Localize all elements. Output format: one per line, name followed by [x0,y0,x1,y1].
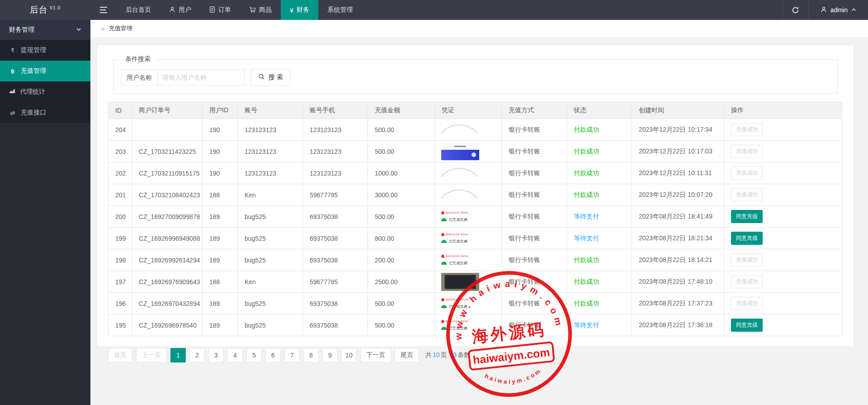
cell-action: 充值成功 [724,184,842,206]
cell-action: 充值成功 [724,141,842,162]
voucher-image[interactable]: BANGKOK BANK已完成交易 [441,232,486,245]
cell-created-time: 2023年08月22日 18:14:21 [632,249,724,271]
cell-order-no: CZ_16926996949088 [132,228,203,249]
page-button-7[interactable]: 7 [284,348,300,362]
topnav-item-4[interactable]: 商品 [240,0,281,20]
approve-recharge-button[interactable]: 同意充值 [731,319,763,332]
hamburger-icon[interactable] [90,0,117,20]
app-logo-text: 后台 [30,4,48,16]
cell-account: bug525 [238,293,303,314]
voucher-broken-image[interactable] [441,122,477,138]
chevron-up-icon [851,6,856,14]
cell-method: 银行卡转账 [502,314,567,336]
sidebar-item-1[interactable]: ₹提现管理 [0,40,90,61]
cell-method: 银行卡转账 [502,141,567,162]
table-row: 197CZ_16926976909643188Ken596777852500.0… [108,271,842,293]
topnav: 后台首页用户订单商品¥财务系统管理 [117,0,362,20]
sidebar-item-2[interactable]: ฿充值管理 [0,61,90,81]
cell-method: 银行卡转账 [502,119,567,141]
page-button-1[interactable]: 1 [170,348,186,362]
cell-order-no: CZ_1703211423225 [132,141,203,162]
cell-method: 银行卡转账 [502,293,567,314]
topnav-item-1[interactable]: 后台首页 [117,0,160,20]
cell-amount: 500.00 [368,314,435,336]
cell-method: 银行卡转账 [502,184,567,206]
approve-recharge-button[interactable]: 同意充值 [731,232,763,245]
cell-user-id: 189 [203,206,238,228]
table-row: 203CZ_1703211423225190123123123123123123… [108,141,842,162]
admin-menu[interactable]: admin [809,0,868,20]
stamp-arc-bottom-text: haiwaiym.com [483,367,544,388]
cell-amount: 500.00 [368,293,435,314]
page-button-3[interactable]: 3 [208,348,224,362]
bank-logo-icon [441,233,444,236]
cell-user-id: 189 [203,228,238,249]
cell-order-no [132,119,203,141]
voucher-broken-image[interactable] [441,187,477,203]
cell-voucher: BANGKOK BANK已完成交易 [435,206,502,228]
bank-logo-icon [441,298,444,301]
voucher-image[interactable]: BANGKOK BANK已完成交易 [441,210,486,224]
page-button-6[interactable]: 6 [265,348,281,362]
table-row: 204190123123123123123123500.00银行卡转账付款成功2… [108,119,842,141]
topnav-item-6[interactable]: 系统管理 [318,0,362,20]
pagination: 首页上一页12345678910下一页尾页 共10页 93条数据 [108,348,842,362]
page-button-8[interactable]: 8 [303,348,319,362]
sidebar-item-4[interactable]: ⇄充值接口 [0,102,90,123]
sidebar-item-3[interactable]: 代理统计 [0,81,90,102]
search-button[interactable]: 搜 索 [251,69,290,86]
sidebar-group-finance[interactable]: 财务管理 [0,20,90,40]
status-badge: 付款成功 [574,126,599,133]
voucher-image[interactable] [441,143,479,160]
voucher-image[interactable]: BANGKOK BANK已完成交易 [441,319,486,332]
cell-action: 充值成功 [724,271,842,293]
topnav-item-2[interactable]: 用户 [160,0,200,20]
check-dome-icon [441,327,447,330]
recharge-done-button: 充值成功 [731,188,763,201]
cell-phone: 69375038 [303,228,368,249]
cell-voucher [435,162,502,184]
cell-order-no: CZ_16927009099878 [132,206,203,228]
cell-amount: 500.00 [368,119,435,141]
column-header: 操作 [724,102,842,119]
refresh-icon[interactable] [783,0,809,20]
topnav-label: 商品 [259,6,272,14]
cell-phone: 69375038 [303,314,368,336]
cell-user-id: 190 [203,141,238,162]
topnav-label: 财务 [297,6,309,14]
page-button-10[interactable]: 10 [341,348,357,362]
page-button-4[interactable]: 4 [227,348,243,362]
page-button-5[interactable]: 5 [246,348,262,362]
table-row: 199CZ_16926996949088189bug52569375038800… [108,228,842,249]
status-badge: 等待支付 [574,213,599,220]
topnav-label: 系统管理 [327,6,353,14]
next-page-button[interactable]: 下一页 [360,348,391,362]
search-panel: 条件搜索 用户名称 搜 索 [113,55,838,94]
page-button-9[interactable]: 9 [322,348,338,362]
table-row: 195CZ_1692696978540189bug52569375038500.… [108,314,842,336]
cell-amount: 500.00 [368,206,435,228]
cell-phone: 69375038 [303,249,368,271]
cell-user-id: 188 [203,271,238,293]
cell-method: 银行卡转账 [502,206,567,228]
cell-voucher: BANGKOK BANK已完成交易 [435,314,502,336]
status-badge: 等待支付 [574,234,599,242]
cell-status: 付款成功 [567,119,632,141]
username-input[interactable] [158,69,245,86]
last-page-button[interactable]: 尾页 [395,348,419,362]
topnav-item-3[interactable]: 订单 [200,0,240,20]
card: 条件搜索 用户名称 搜 索 [97,45,853,346]
app-logo: 后台 V1.0 [0,0,90,20]
topnav-item-5[interactable]: ¥财务 [281,0,318,20]
cell-voucher [435,119,502,141]
topbar: 后台 V1.0 后台首页用户订单商品¥财务系统管理 admin [0,0,868,20]
username-field-label: 用户名称 [121,69,158,86]
voucher-image[interactable]: BANGKOK BANK已完成交易 [441,297,486,310]
sidebar-group-label: 财务管理 [9,26,34,34]
approve-recharge-button[interactable]: 同意充值 [731,210,763,223]
status-badge: 付款成功 [574,256,599,263]
voucher-image[interactable]: BANGKOK BANK已完成交易 [441,253,486,267]
voucher-image[interactable] [441,273,479,291]
voucher-broken-image[interactable] [441,166,477,181]
page-button-2[interactable]: 2 [189,348,205,362]
